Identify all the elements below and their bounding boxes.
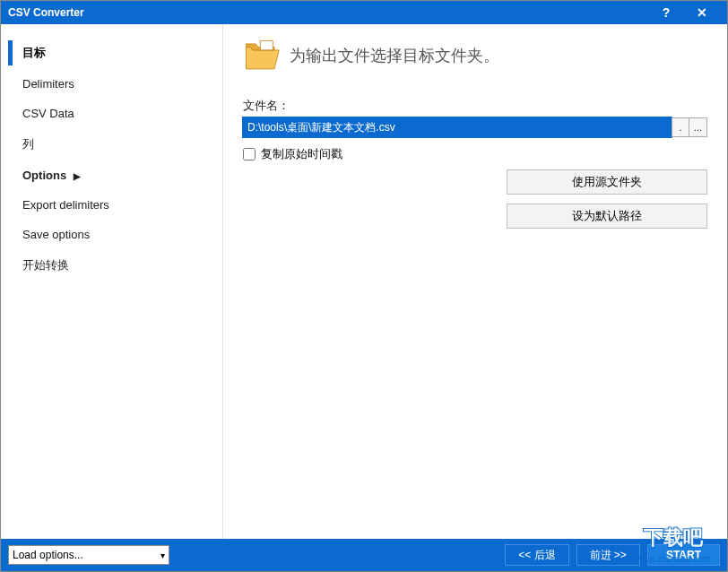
header-row: 为输出文件选择目标文件夹。 [243,39,707,73]
load-options-select[interactable]: Load options... ▾ [8,545,169,565]
path-dot-button[interactable]: . [672,117,689,137]
main-panel: 为输出文件选择目标文件夹。 文件名： . … 复制原始时间戳 使用源文件夹 设为… [223,24,727,539]
use-source-folder-button[interactable]: 使用源文件夹 [507,169,707,195]
sidebar-item-exportdelimiters[interactable]: Export delimiters [1,190,222,220]
sidebar-item-target[interactable]: 目标 [1,37,222,69]
sidebar-item-label: Export delimiters [22,198,109,212]
sidebar-item-label: CSV Data [22,107,74,120]
sidebar-item-label: Delimiters [22,77,74,91]
copy-timestamp-checkbox[interactable] [243,148,256,160]
copy-timestamp-label: 复制原始时间戳 [261,146,342,162]
load-options-label: Load options... [13,549,83,561]
titlebar: CSV Converter ? ✕ [1,1,727,24]
sidebar-item-delimiters[interactable]: Delimiters [1,69,222,99]
window-title: CSV Converter [8,6,648,19]
filename-label: 文件名： [243,98,707,114]
chevron-right-icon: ▶ [74,171,81,181]
copy-timestamp-row[interactable]: 复制原始时间戳 [243,146,707,162]
start-button[interactable]: START [647,544,720,566]
button-column: 使用源文件夹 设为默认路径 [507,169,707,229]
sidebar-item-label: 列 [22,137,34,151]
sidebar-item-columns[interactable]: 列 [1,128,222,160]
back-button[interactable]: << 后退 [505,544,568,566]
path-input[interactable] [243,117,672,137]
path-row: . … [243,117,707,137]
help-button[interactable]: ? [648,5,684,20]
path-browse-button[interactable]: … [689,117,707,137]
sidebar-item-saveoptions[interactable]: Save options [1,220,222,249]
sidebar-item-csvdata[interactable]: CSV Data [1,99,222,128]
set-default-path-button[interactable]: 设为默认路径 [507,204,707,229]
folder-open-icon [243,39,281,73]
body: 目标 Delimiters CSV Data 列 Options ▶ Expor… [1,24,727,539]
sidebar-item-label: Options [22,169,66,182]
next-button[interactable]: 前进 >> [576,544,640,566]
app-window: CSV Converter ? ✕ 目标 Delimiters CSV Data… [0,0,728,572]
sidebar-item-label: Save options [22,228,90,241]
sidebar-item-label: 目标 [22,46,46,59]
page-title: 为输出文件选择目标文件夹。 [290,45,499,66]
bottombar: Load options... ▾ << 后退 前进 >> START [1,539,727,571]
sidebar-item-label: 开始转换 [22,258,69,272]
svg-rect-0 [260,40,273,50]
sidebar-item-options[interactable]: Options ▶ [1,160,222,190]
close-button[interactable]: ✕ [684,5,720,20]
chevron-down-icon: ▾ [160,550,165,560]
sidebar-item-startconvert[interactable]: 开始转换 [1,249,222,282]
sidebar: 目标 Delimiters CSV Data 列 Options ▶ Expor… [1,24,223,539]
